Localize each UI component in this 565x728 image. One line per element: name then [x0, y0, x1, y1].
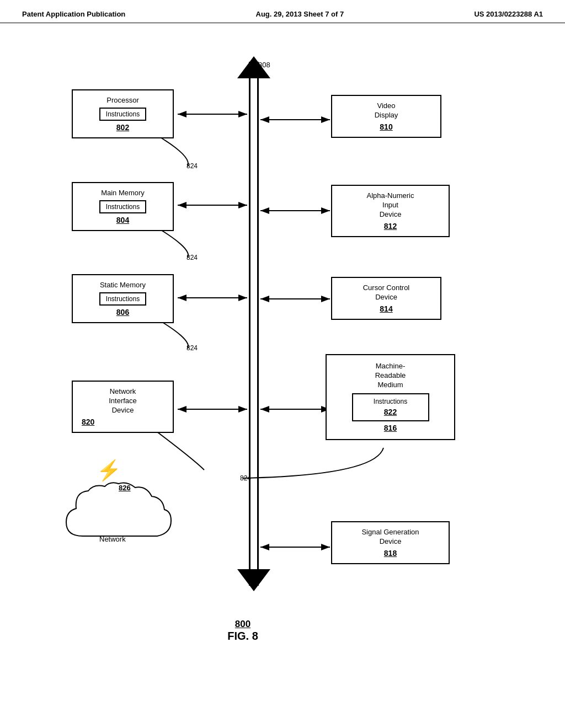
- figure-number: 800: [210, 619, 276, 630]
- signal-generation-box: Signal Generation Device 818: [331, 521, 450, 564]
- page-header: Patent Application Publication Aug. 29, …: [0, 0, 565, 23]
- cursor-control-number: 814: [337, 303, 436, 315]
- machine-readable-label: Machine- Readable Medium: [332, 360, 449, 391]
- header-right: US 2013/0223288 A1: [474, 10, 543, 18]
- main-memory-number: 804: [77, 215, 168, 227]
- network-interface-label: Network Interface Device: [77, 385, 168, 416]
- processor-instructions: Instructions: [99, 108, 146, 121]
- cursor-control-label: Cursor Control Device: [337, 281, 436, 303]
- svg-marker-9: [237, 569, 270, 591]
- cursor-control-box: Cursor Control Device 814: [331, 277, 441, 320]
- main-memory-label: Main Memory: [77, 186, 168, 199]
- video-display-box: Video Display 810: [331, 95, 441, 138]
- network-interface-box: Network Interface Device 820: [72, 381, 174, 433]
- figure-caption: FIG. 8: [210, 630, 276, 643]
- alpha-numeric-number: 812: [337, 221, 444, 233]
- figure-number-text: 800: [235, 619, 250, 629]
- lightning-bolt-icon: ⚡: [97, 459, 121, 482]
- label-824-4: 824: [240, 474, 251, 482]
- main-memory-box: Main Memory Instructions 804: [72, 182, 174, 231]
- machine-readable-number: 816: [332, 422, 449, 435]
- signal-generation-label: Signal Generation Device: [337, 526, 444, 548]
- alpha-numeric-box: Alpha-Numeric Input Device 812: [331, 185, 450, 237]
- machine-readable-inner-number: 822: [358, 406, 424, 419]
- header-center: Aug. 29, 2013 Sheet 7 of 7: [256, 10, 344, 18]
- video-display-label: Video Display: [337, 99, 436, 121]
- network-interface-number: 820: [77, 416, 168, 429]
- alpha-numeric-label: Alpha-Numeric Input Device: [337, 189, 444, 221]
- static-memory-number: 806: [77, 307, 168, 319]
- header-left: Patent Application Publication: [22, 10, 125, 18]
- video-display-number: 810: [337, 121, 436, 133]
- static-memory-label: Static Memory: [77, 279, 168, 291]
- machine-readable-instructions: Instructions: [374, 398, 407, 405]
- signal-generation-number: 818: [337, 548, 444, 560]
- figure-800-label: 800 FIG. 8: [210, 619, 276, 643]
- static-memory-box: Static Memory Instructions 806: [72, 274, 174, 323]
- network-text: Network: [99, 535, 126, 543]
- static-memory-instructions: Instructions: [99, 292, 146, 306]
- label-824-2: 824: [186, 254, 198, 261]
- machine-readable-outer-box: Machine- Readable Medium Instructions 82…: [326, 354, 455, 440]
- processor-box: Processor Instructions 802: [72, 89, 174, 138]
- label-824-3: 824: [186, 344, 198, 352]
- processor-number: 802: [77, 122, 168, 134]
- bus-label-808: 808: [258, 61, 270, 69]
- processor-label: Processor: [77, 94, 168, 106]
- diagram-area: Processor Instructions 802 824 Main Memo…: [0, 29, 565, 690]
- main-memory-instructions: Instructions: [99, 200, 146, 213]
- machine-readable-inner-box: Instructions 822: [352, 393, 429, 421]
- label-824-1: 824: [186, 162, 198, 170]
- network-826-label: 826: [119, 484, 131, 492]
- network-interface-num-text: 820: [82, 417, 94, 426]
